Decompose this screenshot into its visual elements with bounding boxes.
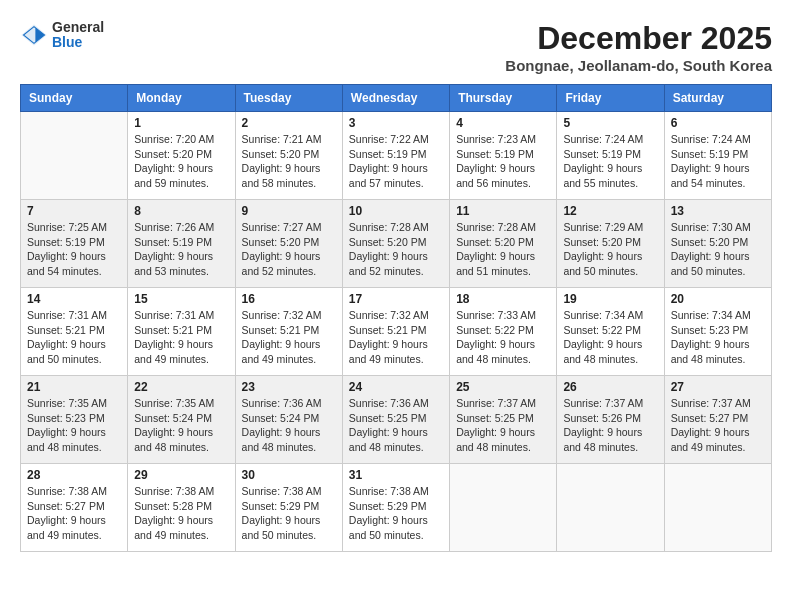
day-number: 10 [349,204,443,218]
calendar-day-cell: 21Sunrise: 7:35 AMSunset: 5:23 PMDayligh… [21,376,128,464]
day-info: Sunrise: 7:27 AMSunset: 5:20 PMDaylight:… [242,220,336,279]
calendar-day-cell: 3Sunrise: 7:22 AMSunset: 5:19 PMDaylight… [342,112,449,200]
calendar-day-cell: 22Sunrise: 7:35 AMSunset: 5:24 PMDayligh… [128,376,235,464]
header-thursday: Thursday [450,85,557,112]
logo-icon [20,21,48,49]
day-number: 29 [134,468,228,482]
day-number: 27 [671,380,765,394]
logo-blue-text: Blue [52,35,104,50]
calendar-day-cell: 29Sunrise: 7:38 AMSunset: 5:28 PMDayligh… [128,464,235,552]
logo: General Blue [20,20,104,51]
calendar-week-row: 28Sunrise: 7:38 AMSunset: 5:27 PMDayligh… [21,464,772,552]
calendar-day-cell: 9Sunrise: 7:27 AMSunset: 5:20 PMDaylight… [235,200,342,288]
calendar-week-row: 14Sunrise: 7:31 AMSunset: 5:21 PMDayligh… [21,288,772,376]
day-number: 3 [349,116,443,130]
day-number: 23 [242,380,336,394]
day-number: 21 [27,380,121,394]
day-number: 17 [349,292,443,306]
month-title: December 2025 [505,20,772,57]
day-number: 22 [134,380,228,394]
day-info: Sunrise: 7:29 AMSunset: 5:20 PMDaylight:… [563,220,657,279]
calendar-day-cell: 4Sunrise: 7:23 AMSunset: 5:19 PMDaylight… [450,112,557,200]
calendar-week-row: 7Sunrise: 7:25 AMSunset: 5:19 PMDaylight… [21,200,772,288]
calendar-day-cell: 23Sunrise: 7:36 AMSunset: 5:24 PMDayligh… [235,376,342,464]
calendar-day-cell: 10Sunrise: 7:28 AMSunset: 5:20 PMDayligh… [342,200,449,288]
day-number: 28 [27,468,121,482]
day-number: 4 [456,116,550,130]
day-info: Sunrise: 7:30 AMSunset: 5:20 PMDaylight:… [671,220,765,279]
day-number: 12 [563,204,657,218]
day-number: 15 [134,292,228,306]
day-number: 19 [563,292,657,306]
calendar-day-cell: 7Sunrise: 7:25 AMSunset: 5:19 PMDaylight… [21,200,128,288]
calendar-day-cell: 15Sunrise: 7:31 AMSunset: 5:21 PMDayligh… [128,288,235,376]
logo-general-text: General [52,20,104,35]
calendar-day-cell: 31Sunrise: 7:38 AMSunset: 5:29 PMDayligh… [342,464,449,552]
location-text: Bongnae, Jeollanam-do, South Korea [505,57,772,74]
day-number: 16 [242,292,336,306]
day-info: Sunrise: 7:31 AMSunset: 5:21 PMDaylight:… [134,308,228,367]
day-number: 24 [349,380,443,394]
header-friday: Friday [557,85,664,112]
calendar-day-cell: 2Sunrise: 7:21 AMSunset: 5:20 PMDaylight… [235,112,342,200]
calendar-day-cell: 19Sunrise: 7:34 AMSunset: 5:22 PMDayligh… [557,288,664,376]
day-number: 18 [456,292,550,306]
calendar-table: SundayMondayTuesdayWednesdayThursdayFrid… [20,84,772,552]
header-sunday: Sunday [21,85,128,112]
calendar-day-cell [557,464,664,552]
day-number: 31 [349,468,443,482]
calendar-day-cell: 5Sunrise: 7:24 AMSunset: 5:19 PMDaylight… [557,112,664,200]
day-info: Sunrise: 7:37 AMSunset: 5:27 PMDaylight:… [671,396,765,455]
header-monday: Monday [128,85,235,112]
day-info: Sunrise: 7:34 AMSunset: 5:22 PMDaylight:… [563,308,657,367]
calendar-day-cell: 20Sunrise: 7:34 AMSunset: 5:23 PMDayligh… [664,288,771,376]
calendar-day-cell [450,464,557,552]
day-number: 14 [27,292,121,306]
day-number: 8 [134,204,228,218]
day-info: Sunrise: 7:28 AMSunset: 5:20 PMDaylight:… [456,220,550,279]
day-info: Sunrise: 7:28 AMSunset: 5:20 PMDaylight:… [349,220,443,279]
calendar-day-cell: 6Sunrise: 7:24 AMSunset: 5:19 PMDaylight… [664,112,771,200]
calendar-day-cell: 14Sunrise: 7:31 AMSunset: 5:21 PMDayligh… [21,288,128,376]
day-info: Sunrise: 7:36 AMSunset: 5:24 PMDaylight:… [242,396,336,455]
day-number: 30 [242,468,336,482]
header-saturday: Saturday [664,85,771,112]
day-info: Sunrise: 7:38 AMSunset: 5:29 PMDaylight:… [349,484,443,543]
calendar-day-cell: 1Sunrise: 7:20 AMSunset: 5:20 PMDaylight… [128,112,235,200]
day-number: 9 [242,204,336,218]
day-number: 2 [242,116,336,130]
calendar-day-cell [664,464,771,552]
day-number: 11 [456,204,550,218]
day-info: Sunrise: 7:32 AMSunset: 5:21 PMDaylight:… [349,308,443,367]
day-info: Sunrise: 7:38 AMSunset: 5:28 PMDaylight:… [134,484,228,543]
day-number: 1 [134,116,228,130]
day-number: 25 [456,380,550,394]
day-info: Sunrise: 7:26 AMSunset: 5:19 PMDaylight:… [134,220,228,279]
logo-text: General Blue [52,20,104,51]
calendar-day-cell [21,112,128,200]
calendar-day-cell: 16Sunrise: 7:32 AMSunset: 5:21 PMDayligh… [235,288,342,376]
day-number: 5 [563,116,657,130]
calendar-day-cell: 11Sunrise: 7:28 AMSunset: 5:20 PMDayligh… [450,200,557,288]
calendar-header-row: SundayMondayTuesdayWednesdayThursdayFrid… [21,85,772,112]
day-info: Sunrise: 7:33 AMSunset: 5:22 PMDaylight:… [456,308,550,367]
day-info: Sunrise: 7:22 AMSunset: 5:19 PMDaylight:… [349,132,443,191]
day-info: Sunrise: 7:38 AMSunset: 5:27 PMDaylight:… [27,484,121,543]
calendar-day-cell: 13Sunrise: 7:30 AMSunset: 5:20 PMDayligh… [664,200,771,288]
day-info: Sunrise: 7:32 AMSunset: 5:21 PMDaylight:… [242,308,336,367]
calendar-day-cell: 18Sunrise: 7:33 AMSunset: 5:22 PMDayligh… [450,288,557,376]
day-info: Sunrise: 7:31 AMSunset: 5:21 PMDaylight:… [27,308,121,367]
calendar-day-cell: 28Sunrise: 7:38 AMSunset: 5:27 PMDayligh… [21,464,128,552]
day-info: Sunrise: 7:37 AMSunset: 5:26 PMDaylight:… [563,396,657,455]
day-info: Sunrise: 7:35 AMSunset: 5:23 PMDaylight:… [27,396,121,455]
calendar-day-cell: 25Sunrise: 7:37 AMSunset: 5:25 PMDayligh… [450,376,557,464]
calendar-week-row: 1Sunrise: 7:20 AMSunset: 5:20 PMDaylight… [21,112,772,200]
title-block: December 2025 Bongnae, Jeollanam-do, Sou… [505,20,772,74]
calendar-day-cell: 30Sunrise: 7:38 AMSunset: 5:29 PMDayligh… [235,464,342,552]
day-number: 7 [27,204,121,218]
day-info: Sunrise: 7:37 AMSunset: 5:25 PMDaylight:… [456,396,550,455]
calendar-day-cell: 12Sunrise: 7:29 AMSunset: 5:20 PMDayligh… [557,200,664,288]
day-info: Sunrise: 7:24 AMSunset: 5:19 PMDaylight:… [563,132,657,191]
day-number: 20 [671,292,765,306]
day-info: Sunrise: 7:24 AMSunset: 5:19 PMDaylight:… [671,132,765,191]
